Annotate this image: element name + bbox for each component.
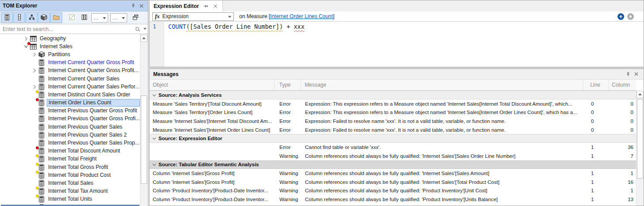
tree-item[interactable]: Internet Current Quarter Sales — [0, 75, 140, 83]
tree-item[interactable]: Internet Previous Quarter Sales Prop... — [0, 139, 140, 147]
message-row[interactable]: Measure 'Sales Territory'[Order Lines Co… — [150, 108, 636, 117]
message-object-cell: Measure 'Sales Territory'[Order Lines Co… — [150, 110, 275, 115]
column-header-line[interactable]: Line — [583, 80, 609, 90]
measure-icon — [38, 172, 45, 179]
column-header-object[interactable]: Object — [150, 80, 275, 90]
navigate-forward-button[interactable] — [627, 13, 634, 20]
context-object-link[interactable]: Internet Order Lines Count — [270, 13, 333, 19]
tree-item[interactable]: Internet Previous Quarter Gross Profi... — [0, 115, 140, 123]
tree-item[interactable]: Internet Order Lines Count — [0, 99, 140, 107]
navigate-back-button[interactable] — [618, 13, 624, 20]
message-group-label: Source: Tabular Editor Semantic Analysis — [158, 162, 259, 167]
tree-item[interactable]: Partitions — [0, 50, 140, 58]
message-row[interactable]: WarningColumn references should always b… — [150, 152, 636, 160]
pin-icon[interactable] — [624, 70, 632, 78]
diagonal-box-icon — [69, 14, 75, 22]
close-icon[interactable] — [632, 70, 640, 78]
tree-item[interactable]: Internet Previous Quarter Gross Profit — [0, 107, 140, 115]
chevron-right-icon[interactable] — [31, 52, 38, 57]
chevron-right-icon[interactable] — [31, 84, 38, 89]
scroll-up-icon[interactable] — [140, 34, 147, 42]
perspective-select-value: ... — [94, 16, 99, 19]
tree-item[interactable]: Internet Previous Quarter Sales 2 — [0, 131, 140, 139]
show-hierarchies-button[interactable] — [26, 12, 38, 23]
tab-expression-editor[interactable]: Expression Editor — [150, 0, 223, 11]
chevron-down-icon[interactable] — [23, 45, 30, 49]
message-row[interactable]: Measure 'Internet Sales'[Internet Order … — [150, 126, 636, 134]
code-line[interactable]: COUNT([Sales Order Line Number]) + xxx — [168, 23, 642, 30]
message-text-cell: Column references should always be fully… — [301, 197, 584, 202]
measure-icon — [38, 59, 45, 66]
show-measures-button[interactable] — [1, 12, 13, 23]
tree-item[interactable]: Internet Total Tax Amount — [0, 187, 140, 195]
display-columns-button[interactable] — [78, 12, 90, 23]
measure-icon — [38, 115, 45, 122]
dax-code-editor[interactable]: 1 COUNT([Sales Order Line Number]) + xxx — [150, 21, 644, 67]
message-group-label: Source: Expression Editor — [158, 136, 222, 141]
expand-collapse-button[interactable] — [129, 12, 141, 23]
tree-item[interactable]: Internet Previous Quarter Sales — [0, 123, 140, 131]
code-token-keyword: COUNT — [168, 23, 186, 30]
tree-item[interactable]: Internet Total Sales — [0, 179, 140, 187]
column-header-type[interactable]: Type — [275, 80, 301, 90]
tree-item[interactable]: Internet Total Discount Amount — [0, 147, 140, 155]
message-text-cell: Expression: This expression refers to a … — [301, 101, 584, 107]
tree-item[interactable]: Internet Current Quarter Sales Perfor... — [0, 83, 140, 91]
messages-scrollbar[interactable] — [636, 91, 644, 206]
column-header-message[interactable]: Message — [301, 80, 583, 90]
chevron-down-icon[interactable] — [152, 92, 156, 98]
line-number-gutter: 1 — [150, 22, 164, 67]
message-group-row[interactable]: Source: Expression Editor — [150, 134, 636, 143]
message-group-row[interactable]: Source: Analysis Services — [150, 91, 636, 99]
message-row[interactable]: Column 'Product Inventory'[Product-Date … — [150, 195, 636, 204]
tree-item[interactable]: Internet Total Product Cost — [0, 171, 140, 179]
pin-icon[interactable] — [129, 2, 137, 10]
tree-item[interactable]: Internet Total Units — [0, 195, 140, 203]
message-row[interactable]: Column 'Internet Sales'[Gross Profit]War… — [150, 169, 636, 178]
message-row[interactable]: Measure 'Sales Territory'[Total Discount… — [150, 99, 636, 108]
chevron-down-icon[interactable] — [152, 136, 156, 141]
message-row[interactable]: ErrorCannot find table or variable 'xxx'… — [150, 143, 636, 152]
tree-item-label: Internet Total Units — [47, 196, 94, 202]
messages-scrollbar-thumb[interactable] — [637, 99, 643, 179]
message-type-cell: Error — [275, 127, 301, 133]
show-columns-button[interactable] — [13, 12, 25, 23]
close-icon[interactable] — [212, 2, 218, 10]
chevron-right-icon[interactable] — [31, 68, 38, 73]
tree-item[interactable]: Internet Current Quarter Gross Profit... — [0, 67, 140, 75]
tree-item-label: Internet Total Sales — [47, 180, 95, 187]
tree-scrollbar[interactable] — [140, 34, 147, 206]
pin-horizontal-icon[interactable] — [203, 2, 209, 10]
perspective-select[interactable]: ... — [91, 13, 108, 23]
message-row[interactable]: Measure 'Internet Sales'[Internet Total … — [150, 117, 636, 126]
chevron-down-icon[interactable] — [152, 162, 156, 167]
message-text-cell: Column references should always be fully… — [301, 171, 584, 176]
measure-icon — [38, 132, 45, 138]
message-row[interactable]: Column 'Product Inventory'[Product-Date … — [150, 204, 636, 206]
message-group-row[interactable]: Source: Tabular Editor Semantic Analysis — [150, 160, 636, 169]
column-header-column[interactable]: Column — [609, 80, 636, 90]
tree-item[interactable]: Internet Current Quarter Gross Profit — [0, 59, 140, 67]
message-row[interactable]: Column 'Product Inventory'[Product-Date … — [150, 187, 636, 195]
show-folders-button[interactable] — [50, 12, 62, 23]
chevron-right-icon[interactable] — [23, 36, 30, 41]
expression-property-select[interactable]: fx Expression — [152, 12, 234, 21]
tree-item[interactable]: Internet Sales — [0, 42, 140, 50]
message-line-cell: 1 — [584, 197, 610, 202]
scroll-up-icon[interactable] — [636, 91, 644, 98]
show-partitions-button[interactable] — [38, 12, 50, 23]
tree-item[interactable]: Geography — [0, 34, 140, 42]
search-input[interactable] — [0, 24, 134, 34]
search-options-chevron-icon[interactable] — [142, 25, 148, 33]
tree-item[interactable]: Internet Total Freight — [0, 155, 140, 163]
message-column-cell: 0 — [610, 127, 636, 133]
message-row[interactable]: Column 'Internet Sales'[Gross Profit]War… — [150, 178, 636, 187]
perspective-button[interactable] — [66, 12, 78, 23]
message-object-cell: Column 'Internet Sales'[Gross Profit] — [150, 171, 275, 176]
tree-item[interactable]: Internet Distinct Count Sales Order — [0, 91, 140, 99]
message-line-cell: 1 — [584, 153, 610, 159]
translation-select[interactable]: ... — [110, 13, 127, 23]
tree-item[interactable]: Internet Total Gross Profit — [0, 163, 140, 171]
close-icon[interactable] — [137, 2, 145, 10]
tree-scrollbar-thumb[interactable] — [141, 95, 147, 184]
